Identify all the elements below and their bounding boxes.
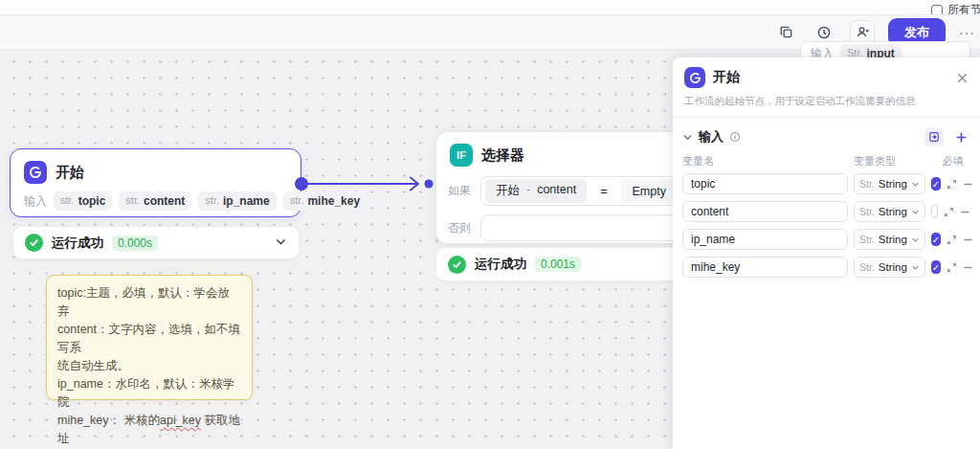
note-line: 统自动生成。 — [57, 357, 241, 375]
selector-node-title: 选择器 — [481, 146, 524, 165]
close-icon[interactable] — [956, 72, 969, 84]
selector-status-time: 0.001s — [535, 257, 581, 272]
variable-row-topic: Str.String — [673, 173, 980, 194]
expand-icon[interactable] — [947, 262, 957, 273]
selector-node[interactable]: IF 选择器 如果 开始 - content = Empty 否则 — [435, 131, 690, 244]
condition-operator[interactable]: = — [600, 185, 607, 198]
remove-icon[interactable] — [963, 179, 973, 190]
remove-icon[interactable] — [963, 235, 973, 245]
input-section-title: 输入 — [699, 128, 724, 146]
start-pill-content: str.content — [119, 191, 191, 211]
start-node-icon — [24, 161, 47, 184]
start-node-title: 开始 — [56, 164, 84, 182]
chevron-down-icon[interactable] — [682, 132, 693, 143]
top-bar: 所有节点 — [0, 0, 980, 15]
start-status-card[interactable]: 运行成功 0.000s — [12, 226, 300, 259]
else-box[interactable] — [480, 214, 679, 241]
variable-name-input[interactable] — [682, 201, 848, 222]
note-line: mihe_key： 米核的api_key 获取地址 — [57, 412, 241, 448]
expand-icon[interactable] — [947, 235, 957, 245]
variable-type-select[interactable]: Str.String — [854, 229, 925, 250]
remove-icon[interactable] — [963, 262, 973, 273]
panel-subtitle: 工作流的起始节点，用于设定启动工作流需要的信息 — [673, 88, 980, 118]
variable-name-input[interactable] — [682, 173, 848, 194]
variable-row-mihe-key: Str.String — [673, 257, 980, 278]
info-icon — [729, 131, 741, 143]
variable-name-input[interactable] — [682, 257, 848, 278]
condition-ref-pill[interactable]: 开始 - content — [485, 179, 587, 203]
start-input-label: 输入 — [24, 193, 47, 210]
note-line: topic:主题，必填，默认：学会放弃 — [57, 284, 241, 321]
variable-table-header: 变量名 变量类型 必填 — [673, 154, 980, 173]
chevron-down-icon[interactable] — [275, 235, 287, 252]
comment-note[interactable]: topic:主题，必填，默认：学会放弃 content：文字内容，选填，如不填写… — [46, 275, 253, 400]
remove-icon[interactable] — [960, 207, 970, 217]
required-checkbox[interactable] — [931, 205, 938, 218]
success-check-icon — [25, 234, 43, 252]
all-nodes-checkbox[interactable] — [931, 5, 943, 16]
if-label: 如果 — [448, 183, 473, 199]
note-line: content：文字内容，选填，如不填写系 — [57, 321, 241, 357]
variable-type-select[interactable]: Str.String — [854, 173, 925, 194]
panel-start-icon — [684, 67, 705, 88]
input-port — [425, 180, 434, 189]
start-node[interactable]: 开始 输入 str.topic str.content str.ip_name … — [10, 148, 301, 217]
required-checkbox[interactable] — [931, 177, 941, 191]
selector-status-label: 运行成功 — [475, 256, 526, 273]
start-pill-ip-name: str.ip_name — [198, 191, 276, 211]
start-status-label: 运行成功 — [52, 235, 103, 252]
expand-icon[interactable] — [947, 179, 957, 190]
expand-icon[interactable] — [944, 207, 954, 217]
copy-icon[interactable] — [773, 20, 798, 45]
all-nodes-label: 所有节点 — [947, 2, 980, 15]
variable-type-select[interactable]: Str.String — [854, 201, 925, 222]
panel-title: 开始 — [713, 69, 740, 86]
add-variable-icon[interactable] — [951, 127, 970, 146]
condition-value-select[interactable]: Empty — [621, 179, 678, 203]
note-line: ip_name：水印名，默认：米核学院 — [57, 375, 241, 412]
else-label: 否则 — [448, 220, 473, 236]
start-status-time: 0.000s — [112, 236, 158, 251]
start-pill-mihe-key: str.mihe_key — [283, 191, 367, 211]
success-check-icon — [448, 256, 466, 274]
variable-type-select[interactable]: Str.String — [854, 257, 925, 278]
node-config-panel: 开始 工作流的起始节点，用于设定启动工作流需要的信息 输入 变量名 变量类型 必… — [673, 57, 980, 449]
variable-row-ip-name: Str.String — [673, 229, 980, 250]
required-checkbox[interactable] — [931, 260, 941, 274]
more-menu-icon[interactable]: ··· — [959, 25, 976, 40]
selector-status-card[interactable]: 运行成功 0.001s — [435, 247, 690, 281]
variable-row-content: Str.String — [673, 201, 980, 222]
condition-box[interactable]: 开始 - content = Empty — [480, 176, 679, 206]
start-pill-topic: str.topic — [54, 191, 112, 211]
variable-name-input[interactable] — [682, 229, 848, 250]
if-node-icon: IF — [450, 144, 473, 167]
required-checkbox[interactable] — [931, 233, 941, 246]
batch-edit-icon[interactable] — [924, 127, 944, 146]
all-nodes-toggle[interactable]: 所有节点 — [931, 2, 980, 15]
